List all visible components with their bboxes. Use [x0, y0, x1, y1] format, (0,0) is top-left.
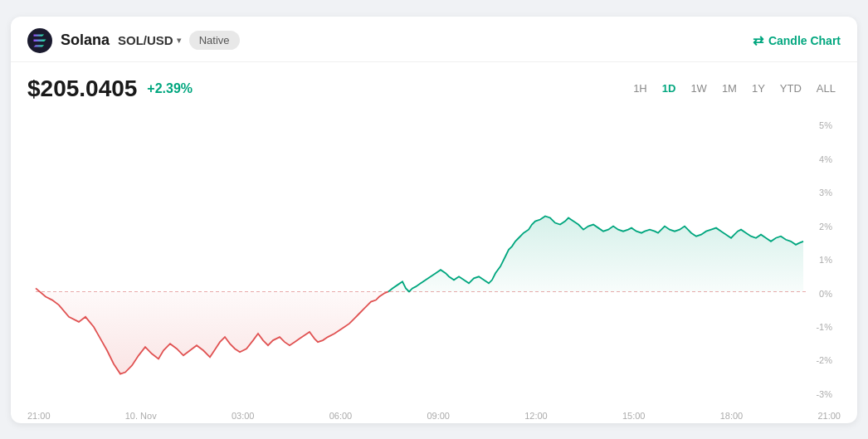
time-filter-1m[interactable]: 1M [717, 79, 742, 98]
chart-area: 5% 4% 3% 2% 1% 0% -1% -2% -3% [11, 105, 857, 407]
chart-wrapper: 5% 4% 3% 2% 1% 0% -1% -2% -3% [27, 105, 841, 407]
x-label-8: 18:00 [720, 411, 744, 421]
svg-text:0%: 0% [819, 288, 832, 298]
time-filter-1w[interactable]: 1W [685, 79, 712, 98]
pair-selector[interactable]: SOL/USD ▾ [118, 33, 181, 47]
x-label-4: 06:00 [329, 411, 353, 421]
asset-name: Solana [61, 32, 110, 49]
time-filter-group: 1H 1D 1W 1M 1Y YTD ALL [628, 79, 841, 98]
svg-text:2%: 2% [819, 221, 832, 231]
x-label-3: 03:00 [232, 411, 255, 421]
svg-text:-1%: -1% [816, 321, 832, 331]
candle-chart-button[interactable]: ⇄ Candle Chart [753, 32, 841, 48]
candle-chart-icon: ⇄ [753, 32, 763, 48]
header-left: Solana SOL/USD ▾ Native [27, 28, 240, 53]
time-filter-1h[interactable]: 1H [628, 79, 652, 98]
time-filter-1y[interactable]: 1Y [747, 79, 770, 98]
time-filter-all[interactable]: ALL [812, 79, 841, 98]
price-section: $205.0405 +2.39% 1H 1D 1W 1M 1Y YTD ALL [11, 62, 857, 105]
pair-label: SOL/USD [118, 33, 173, 47]
x-label-9: 21:00 [817, 411, 841, 421]
svg-text:1%: 1% [819, 255, 832, 265]
svg-text:3%: 3% [819, 188, 832, 198]
chevron-down-icon: ▾ [177, 36, 181, 45]
candle-chart-label: Candle Chart [768, 34, 841, 47]
time-filter-1d[interactable]: 1D [657, 79, 681, 98]
svg-text:5%: 5% [819, 120, 832, 130]
x-label-5: 09:00 [427, 411, 450, 421]
x-label-6: 12:00 [524, 411, 548, 421]
x-label-7: 15:00 [622, 411, 646, 421]
svg-text:-3%: -3% [816, 388, 832, 398]
price-chart-card: Solana SOL/USD ▾ Native ⇄ Candle Chart $… [11, 17, 857, 423]
time-filter-ytd[interactable]: YTD [775, 79, 807, 98]
price-chart-svg: 5% 4% 3% 2% 1% 0% -1% -2% -3% [27, 105, 841, 407]
svg-text:4%: 4% [819, 154, 832, 163]
price-change: +2.39% [147, 81, 193, 96]
native-badge[interactable]: Native [189, 31, 240, 50]
solana-logo-icon [27, 28, 52, 53]
svg-text:-2%: -2% [816, 355, 832, 365]
price-value: $205.0405 [27, 76, 137, 102]
x-axis-labels: 21:00 10. Nov 03:00 06:00 09:00 12:00 15… [11, 407, 857, 423]
x-label-2: 10. Nov [125, 411, 157, 421]
header: Solana SOL/USD ▾ Native ⇄ Candle Chart [11, 17, 857, 62]
x-label-1: 21:00 [27, 411, 51, 421]
